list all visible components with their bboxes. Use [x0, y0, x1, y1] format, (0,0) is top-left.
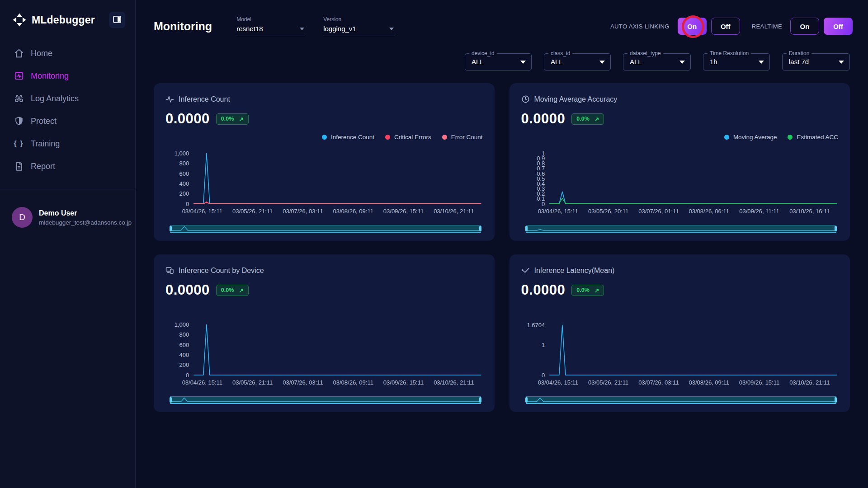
auto-axis-linking-label: AUTO AXIS LINKING [610, 23, 670, 30]
line-chart: 011.670403/04/26, 15:1103/05/26, 21:1103… [520, 319, 841, 386]
svg-text:1,000: 1,000 [175, 321, 189, 328]
user-profile[interactable]: D Demo User mldebugger_test@adansons.co.… [12, 207, 126, 228]
brush-handle-left[interactable] [525, 397, 528, 403]
svg-text:1: 1 [542, 150, 545, 157]
time-resolution-filter-label: Time Resolution [708, 50, 751, 56]
check-icon [521, 266, 530, 275]
sidebar-divider [0, 189, 135, 189]
sidebar-item-label: Report [31, 162, 55, 171]
svg-text:03/05/26, 21:11: 03/05/26, 21:11 [588, 379, 628, 386]
svg-text:03/05/26, 21:11: 03/05/26, 21:11 [232, 208, 273, 215]
shield-icon [14, 116, 24, 127]
device-id-filter-label: device_id [469, 50, 497, 56]
sidebar-item-monitoring[interactable]: Monitoring [14, 70, 122, 81]
model-select[interactable]: Model resnet18 [236, 16, 305, 36]
sidebar-collapse-button[interactable] [109, 12, 125, 28]
auto-axis-linking-off-button[interactable]: Off [711, 18, 740, 35]
moving-average-accuracy-card: Moving Average Accuracy 0.0000 0.0% ↗ Mo… [509, 83, 850, 241]
report-icon [14, 161, 24, 172]
svg-text:03/09/26, 15:11: 03/09/26, 15:11 [383, 208, 424, 215]
sidebar-item-home[interactable]: Home [14, 48, 122, 59]
version-select-label: Version [323, 16, 395, 23]
trend-up-icon: ↗ [239, 287, 243, 294]
trend-badge: 0.0% ↗ [216, 113, 249, 125]
braces-icon: { } [14, 139, 24, 149]
dataset-type-filter[interactable]: dataset_type ALL [623, 53, 691, 70]
device-id-filter[interactable]: device_id ALL [465, 53, 532, 70]
time-resolution-filter[interactable]: Time Resolution 1h [703, 53, 770, 70]
class-id-filter-label: class_id [548, 50, 572, 56]
svg-text:0: 0 [542, 372, 545, 379]
legend-dot-icon [724, 135, 729, 140]
card-title: Inference Count by Device [179, 267, 264, 275]
realtime-off-button[interactable]: Off [824, 18, 853, 35]
stat-value: 0.0000 [521, 111, 566, 127]
legend-label: Error Count [451, 134, 483, 141]
trend-badge: 0.0% ↗ [571, 285, 604, 296]
sidebar-item-training[interactable]: { } Training [14, 138, 122, 149]
caret-down-icon [839, 61, 844, 64]
sidebar-item-protect[interactable]: Protect [14, 116, 122, 127]
stat-value: 0.0000 [165, 111, 210, 127]
svg-text:200: 200 [179, 361, 189, 368]
card-title: Moving Average Accuracy [534, 95, 618, 103]
auto-axis-linking-on-button[interactable]: On [678, 18, 707, 35]
dataset-type-filter-label: dataset_type [627, 50, 663, 56]
svg-text:400: 400 [179, 180, 189, 187]
svg-text:03/10/26, 21:11: 03/10/26, 21:11 [434, 379, 474, 386]
brush-handle-left[interactable] [170, 397, 172, 403]
trend-up-icon: ↗ [239, 116, 243, 122]
class-id-filter[interactable]: class_id ALL [544, 53, 611, 70]
legend-item[interactable]: Estimated ACC [788, 134, 838, 141]
inference-count-by-device-card: Inference Count by Device 0.0000 0.0% ↗ … [154, 254, 495, 412]
svg-text:0: 0 [186, 201, 189, 207]
legend-item[interactable]: Inference Count [322, 134, 374, 141]
duration-filter[interactable]: Duration last 7d [782, 53, 850, 70]
topbar: Monitoring Model resnet18 Version loggin… [136, 0, 868, 39]
brush-handle-right[interactable] [835, 226, 837, 231]
caret-down-icon [679, 61, 685, 64]
card-title: Inference Latency(Mean) [534, 267, 615, 275]
legend-dot-icon [322, 135, 327, 140]
svg-text:03/07/26, 01:11: 03/07/26, 01:11 [638, 208, 679, 215]
svg-text:03/04/26, 15:11: 03/04/26, 15:11 [182, 379, 222, 386]
sidebar-item-label: Log Analytics [31, 94, 79, 103]
legend-dot-icon [788, 135, 793, 140]
chart-brush[interactable] [170, 396, 481, 404]
version-select[interactable]: Version logging_v1 [323, 16, 395, 36]
user-email: mldebugger_test@adansons.co.jp [39, 219, 132, 226]
svg-text:03/05/26, 21:11: 03/05/26, 21:11 [232, 379, 273, 386]
brush-handle-right[interactable] [835, 397, 837, 403]
legend-item[interactable]: Critical Errors [385, 134, 431, 141]
sidebar-item-log-analytics[interactable]: Log Analytics [14, 93, 122, 104]
line-chart: 02004006008001,00003/04/26, 15:1103/05/2… [165, 147, 486, 215]
chart-brush[interactable] [526, 396, 837, 404]
inference-count-card: Inference Count 0.0000 0.0% ↗ Inference … [154, 83, 495, 241]
brush-handle-right[interactable] [479, 226, 481, 231]
sidebar-item-report[interactable]: Report [14, 161, 122, 172]
svg-text:03/04/26, 15:11: 03/04/26, 15:11 [538, 208, 578, 215]
charts-grid: Inference Count 0.0000 0.0% ↗ Inference … [154, 83, 850, 412]
legend-item[interactable]: Moving Average [724, 134, 777, 141]
brush-handle-left[interactable] [525, 226, 528, 231]
binoculars-icon [14, 94, 24, 104]
model-select-label: Model [236, 16, 305, 23]
realtime-on-button[interactable]: On [790, 18, 819, 35]
caret-down-icon [520, 61, 526, 64]
svg-text:03/09/26, 15:11: 03/09/26, 15:11 [739, 379, 779, 386]
legend-label: Estimated ACC [797, 134, 838, 141]
mldebugger-logo-icon [13, 13, 26, 27]
brush-handle-right[interactable] [479, 397, 481, 403]
monitoring-icon [14, 71, 24, 81]
svg-text:600: 600 [179, 342, 189, 348]
svg-text:03/04/26, 15:11: 03/04/26, 15:11 [182, 208, 222, 215]
legend-label: Moving Average [733, 134, 777, 141]
svg-text:03/07/26, 03:11: 03/07/26, 03:11 [283, 208, 323, 215]
legend-item[interactable]: Error Count [442, 134, 483, 141]
chart-brush[interactable] [526, 225, 837, 233]
trend-badge: 0.0% ↗ [571, 113, 604, 125]
svg-text:03/08/26, 09:11: 03/08/26, 09:11 [689, 379, 729, 386]
chart-brush[interactable] [170, 225, 481, 233]
chevron-down-icon [389, 28, 394, 30]
brush-handle-left[interactable] [170, 226, 172, 231]
